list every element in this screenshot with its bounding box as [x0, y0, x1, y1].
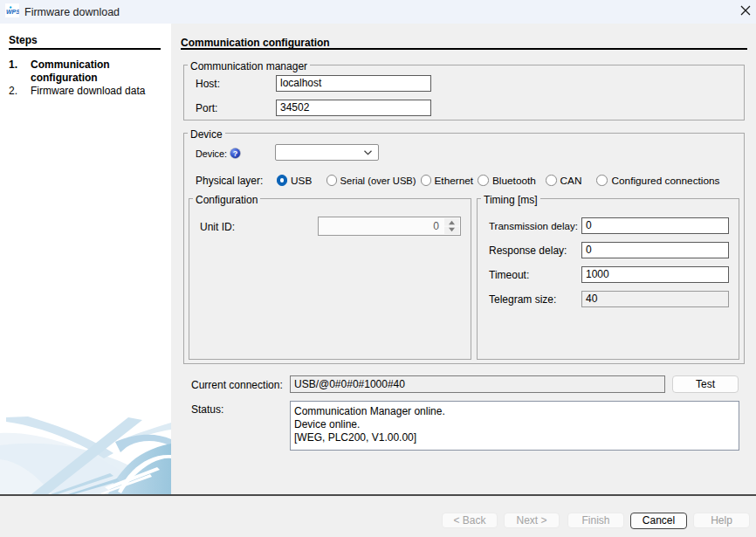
svg-text:?: ? — [233, 149, 238, 158]
svg-text:WPS: WPS — [6, 9, 19, 15]
